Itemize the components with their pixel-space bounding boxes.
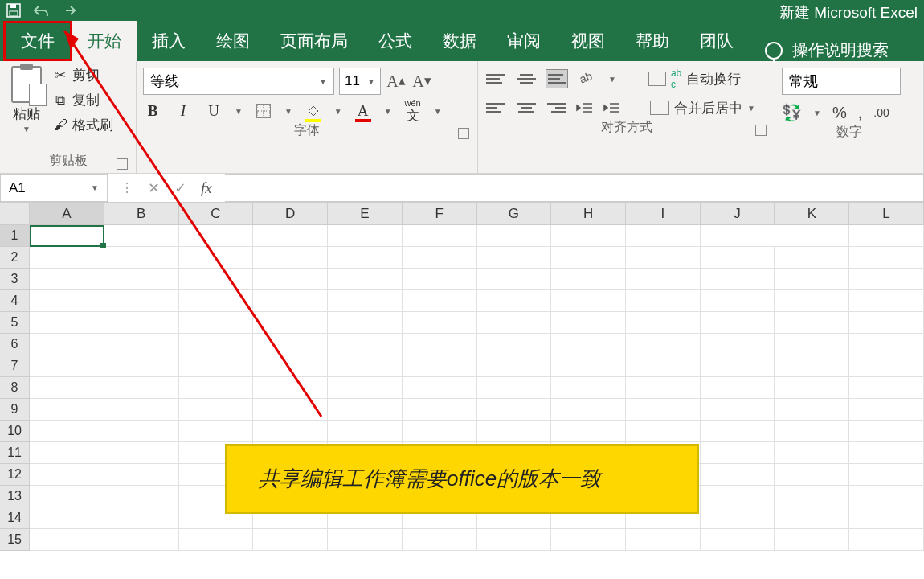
font-size-select[interactable]: 11 ▼ [339, 68, 381, 95]
chevron-down-icon[interactable]: ▼ [334, 107, 342, 116]
cell[interactable] [30, 421, 104, 442]
cell[interactable] [849, 290, 924, 312]
cell[interactable] [30, 269, 104, 290]
cell[interactable] [849, 355, 924, 377]
align-right-button[interactable] [546, 98, 568, 117]
cell[interactable] [403, 355, 477, 377]
row-header[interactable]: 8 [0, 377, 30, 399]
cell[interactable] [775, 529, 849, 551]
tab-draw[interactable]: 绘图 [201, 21, 265, 61]
chevron-down-icon[interactable]: ▼ [384, 107, 392, 116]
cell[interactable] [328, 529, 403, 551]
cell[interactable] [403, 269, 477, 290]
paste-button[interactable]: 粘贴 ▼ [6, 64, 47, 135]
cell[interactable] [775, 355, 849, 377]
tab-home[interactable]: 开始 [72, 21, 137, 61]
cell[interactable] [104, 269, 179, 290]
cell[interactable] [551, 421, 626, 442]
cell[interactable] [253, 247, 328, 269]
align-top-button[interactable] [484, 69, 507, 88]
cell[interactable] [477, 312, 552, 334]
cell[interactable] [849, 399, 924, 421]
cell[interactable] [701, 269, 775, 290]
merge-center-button[interactable]: 合并后居中 ▼ [650, 99, 755, 117]
cell[interactable] [328, 355, 403, 377]
cell[interactable] [328, 269, 403, 290]
cell[interactable] [179, 334, 254, 355]
cell[interactable] [477, 225, 552, 247]
cell[interactable] [551, 269, 626, 290]
cell[interactable] [104, 312, 179, 334]
cell[interactable] [253, 334, 328, 355]
tab-help[interactable]: 帮助 [620, 21, 685, 61]
cell[interactable] [477, 377, 552, 399]
cell[interactable] [104, 399, 179, 421]
cell[interactable] [403, 377, 477, 399]
wrap-text-button[interactable]: abc 自动换行 [648, 68, 741, 90]
cell[interactable] [626, 529, 701, 551]
tell-me-search[interactable]: 操作说明搜索 [765, 39, 889, 61]
dialog-launcher-icon[interactable] [117, 158, 128, 170]
cell[interactable] [328, 290, 403, 312]
col-header[interactable]: J [701, 203, 775, 225]
cell[interactable] [328, 377, 403, 399]
col-header[interactable]: E [328, 203, 403, 225]
orientation-button[interactable]: ab [576, 69, 600, 88]
row-header[interactable]: 10 [0, 421, 30, 442]
cell[interactable] [179, 399, 254, 421]
cell[interactable] [30, 442, 104, 464]
cell[interactable] [30, 486, 104, 507]
cell[interactable] [179, 377, 254, 399]
cell[interactable] [104, 377, 179, 399]
cell[interactable] [30, 225, 104, 247]
chevron-down-icon[interactable]: ▼ [235, 107, 243, 116]
col-header[interactable]: L [849, 203, 924, 225]
align-middle-button[interactable] [515, 69, 538, 88]
increase-indent-button[interactable] [603, 100, 623, 116]
cell[interactable] [701, 334, 775, 355]
decrease-indent-button[interactable] [576, 100, 595, 116]
row-header[interactable]: 15 [0, 529, 30, 551]
cell[interactable] [849, 377, 924, 399]
cell[interactable] [701, 464, 775, 486]
cell[interactable] [403, 247, 477, 269]
cell[interactable] [253, 399, 328, 421]
cell[interactable] [626, 399, 701, 421]
cell[interactable] [551, 377, 626, 399]
row-header[interactable]: 4 [0, 290, 30, 312]
row-header[interactable]: 11 [0, 442, 30, 464]
formula-input[interactable] [225, 174, 924, 202]
italic-button[interactable]: I [174, 101, 193, 121]
cell[interactable] [775, 399, 849, 421]
cell[interactable] [104, 529, 179, 551]
col-header[interactable]: F [403, 203, 477, 225]
cell[interactable] [403, 225, 477, 247]
cell[interactable] [403, 290, 477, 312]
cell[interactable] [104, 225, 179, 247]
cell[interactable] [775, 269, 849, 290]
name-box[interactable]: A1 ▼ [0, 174, 108, 202]
cell[interactable] [775, 421, 849, 442]
cell[interactable] [849, 507, 924, 529]
cell[interactable] [179, 421, 254, 442]
cell[interactable] [477, 290, 552, 312]
cell[interactable] [104, 334, 179, 355]
col-header[interactable]: K [775, 203, 849, 225]
col-header[interactable]: G [477, 203, 552, 225]
number-format-select[interactable]: 常规 [782, 68, 901, 95]
cell[interactable] [104, 421, 179, 442]
cell[interactable] [551, 312, 626, 334]
cell[interactable] [477, 334, 552, 355]
cell[interactable] [701, 355, 775, 377]
align-bottom-button[interactable] [546, 69, 568, 88]
bold-button[interactable]: B [143, 101, 162, 121]
cell[interactable] [626, 225, 701, 247]
cell[interactable] [104, 486, 179, 507]
cell[interactable] [253, 355, 328, 377]
save-icon[interactable] [6, 3, 21, 18]
cell[interactable] [551, 334, 626, 355]
redo-icon[interactable] [61, 3, 76, 18]
cell[interactable] [253, 225, 328, 247]
row-header[interactable]: 9 [0, 399, 30, 421]
row-header[interactable]: 6 [0, 334, 30, 355]
